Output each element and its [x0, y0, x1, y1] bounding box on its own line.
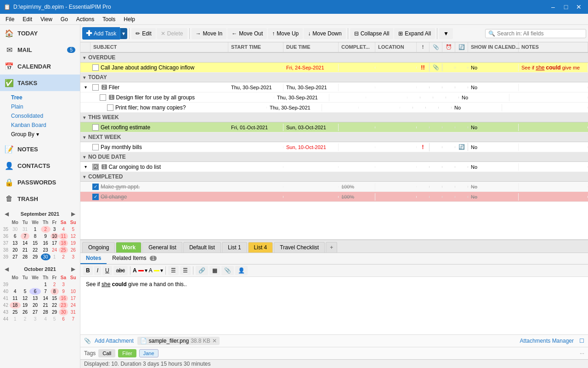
add-task-dropdown[interactable]: ▾	[120, 28, 127, 39]
sep-d4[interactable]: 4	[59, 226, 68, 233]
group-this-week[interactable]: ▾ THIS WEEK	[80, 113, 588, 122]
expand-all-button[interactable]: ⊞ Expand All	[394, 28, 435, 39]
list-tab-general[interactable]: General list	[142, 242, 182, 253]
nov-d5[interactable]: 5	[51, 316, 59, 322]
tab-notes[interactable]: Notes	[80, 253, 107, 264]
col-showcal-header[interactable]: SHOW IN CALEND...	[468, 42, 519, 52]
link-button[interactable]: 🔗	[196, 266, 208, 275]
sep-d17[interactable]: 17	[51, 240, 59, 247]
menu-tools[interactable]: Tools	[99, 15, 119, 23]
col-start-header[interactable]: START TIME	[228, 42, 283, 52]
next-month-oct[interactable]: ▶	[70, 265, 76, 273]
nav-contacts[interactable]: 👤 CONTACTS	[0, 157, 80, 174]
oct-d23[interactable]: 23	[59, 302, 68, 309]
sep-d5[interactable]: 5	[68, 226, 78, 233]
task-checkbox[interactable]	[92, 144, 99, 150]
oct-d1-prev[interactable]: 1	[51, 253, 59, 260]
tag-jane[interactable]: Jane	[139, 349, 158, 357]
oct-d28[interactable]: 28	[41, 309, 51, 316]
sep-d2[interactable]: 2	[41, 226, 51, 233]
col-location-header[interactable]: LOCATION	[375, 42, 417, 52]
sep-d25[interactable]: 25	[59, 247, 68, 253]
tag-call[interactable]: Call	[98, 349, 115, 357]
task-checkbox[interactable]: ✓	[92, 184, 99, 190]
sep-d22[interactable]: 22	[29, 247, 40, 253]
close-button[interactable]: ✕	[573, 1, 584, 12]
group-today[interactable]: ▾ TODAY	[80, 73, 588, 82]
sep-d29[interactable]: 29	[29, 253, 40, 260]
move-up-button[interactable]: ↑ Move Up	[268, 28, 303, 39]
nav-notes[interactable]: 📝 NOTES	[0, 141, 80, 157]
oct-d5[interactable]: 5	[21, 288, 30, 295]
group-completed[interactable]: ▾ COMPLETED	[80, 172, 588, 182]
task-checkbox[interactable]	[92, 84, 99, 91]
oct-d10[interactable]: 10	[68, 288, 78, 295]
sep-d7[interactable]: 7	[21, 233, 30, 240]
sep-d21[interactable]: 21	[21, 247, 30, 253]
list-tab-add[interactable]: +	[326, 242, 337, 253]
oct-d2-sa[interactable]: 2	[51, 281, 59, 288]
maximize-button[interactable]: □	[560, 1, 571, 12]
oct-d22[interactable]: 22	[51, 302, 59, 309]
col-attach-header[interactable]: 📎	[430, 42, 442, 52]
list-tab-list4[interactable]: List 4	[248, 242, 273, 253]
table-row[interactable]: Print filer; how many copies? Thu, 30-Se…	[80, 103, 588, 113]
attach-remove-button[interactable]: ✕	[212, 338, 217, 344]
col-complete-header[interactable]: COMPLET...	[339, 42, 375, 52]
sep-d10[interactable]: 10	[51, 233, 59, 240]
oct-d31[interactable]: 31	[68, 309, 78, 316]
list-tab-travel[interactable]: Travel Checklist	[274, 242, 325, 253]
person-button[interactable]: 👤	[235, 266, 248, 275]
sep-d19[interactable]: 19	[68, 240, 78, 247]
prev-month-sep[interactable]: ◀	[4, 210, 10, 218]
oct-d25[interactable]: 25	[10, 309, 21, 316]
minimize-button[interactable]: –	[548, 1, 559, 12]
list-tab-work[interactable]: Work	[116, 242, 141, 253]
nav-tasks[interactable]: ✅ TASKS	[0, 75, 80, 91]
sep-d18[interactable]: 18	[59, 240, 68, 247]
sep-d23[interactable]: 23	[41, 247, 51, 253]
menu-edit[interactable]: Edit	[19, 15, 36, 23]
row-expand[interactable]: ▾	[80, 85, 90, 90]
sep-d28[interactable]: 28	[21, 253, 30, 260]
subnav-plain[interactable]: Plain	[0, 102, 80, 111]
sep-d13[interactable]: 13	[10, 240, 21, 247]
task-checkbox[interactable]: ✓	[92, 194, 99, 200]
oct-d9[interactable]: 9	[59, 288, 68, 295]
group-no-due[interactable]: ▾ NO DUE DATE	[80, 152, 588, 162]
strikethrough-button[interactable]: abc	[113, 266, 128, 275]
menu-go[interactable]: Go	[57, 15, 72, 23]
sep-d9[interactable]: 9	[41, 233, 51, 240]
group-next-week[interactable]: ▾ NEXT WEEK	[80, 132, 588, 142]
add-attachment-link[interactable]: Add Attachment	[95, 338, 134, 344]
sep-d8[interactable]: 8	[29, 233, 40, 240]
sep-d27[interactable]: 27	[10, 253, 21, 260]
oct-d29[interactable]: 29	[51, 309, 59, 316]
table-row[interactable]: Pay monthly bills Sun, 10-Oct-2021 ! 🔄 N…	[80, 142, 588, 152]
nov-d1[interactable]: 1	[10, 316, 21, 322]
list-tab-default[interactable]: Default list	[183, 242, 221, 253]
menu-file[interactable]: File	[2, 15, 18, 23]
sep-d16[interactable]: 16	[41, 240, 51, 247]
task-checkbox[interactable]	[100, 94, 106, 101]
nav-today[interactable]: 🏠 TODAY	[0, 25, 80, 41]
list-tab-ongoing[interactable]: Ongoing	[82, 242, 115, 253]
delete-button[interactable]: ✕ Delete	[157, 28, 187, 39]
tab-related-items[interactable]: Related Items 1	[107, 253, 162, 264]
attach-inline-button[interactable]: 📎	[221, 266, 234, 275]
font-color-btn[interactable]: A ▾	[133, 267, 147, 274]
oct-d7[interactable]: 7	[41, 288, 51, 295]
oct-d12[interactable]: 12	[21, 295, 30, 302]
num-list-button[interactable]: ☰	[180, 266, 191, 275]
oct-d11[interactable]: 11	[10, 295, 21, 302]
sep-d31-prev[interactable]: 31	[21, 226, 30, 233]
nav-calendar[interactable]: 📅 CALENDAR	[0, 58, 80, 75]
task-checkbox[interactable]	[92, 124, 99, 131]
prev-month-oct[interactable]: ◀	[4, 265, 10, 273]
sep-d1[interactable]: 1	[29, 226, 40, 233]
sep-d14[interactable]: 14	[21, 240, 30, 247]
sep-d24[interactable]: 24	[51, 247, 59, 253]
nav-trash[interactable]: 🗑 TRASH	[0, 190, 80, 207]
highlight-btn[interactable]: A ▾	[149, 267, 163, 274]
col-recur-header[interactable]: 🔄	[455, 42, 468, 52]
